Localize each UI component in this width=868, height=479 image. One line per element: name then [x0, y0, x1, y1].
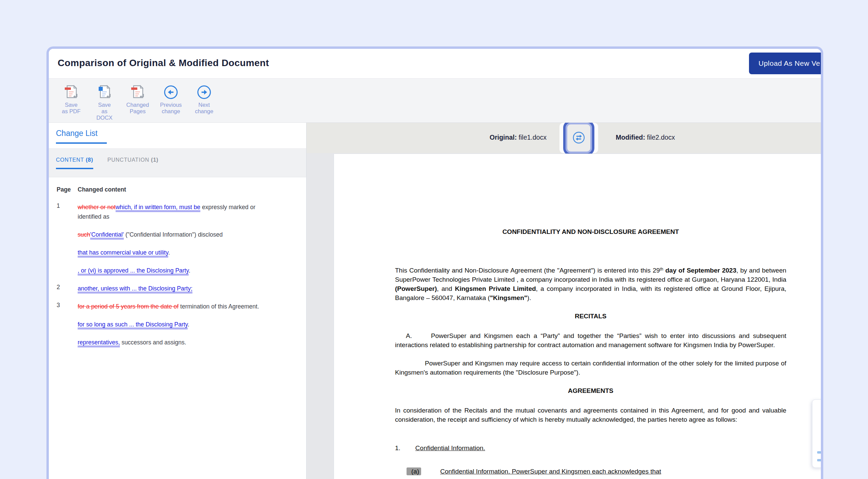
save-pdf-button[interactable]: Saveas PDF	[56, 83, 86, 115]
document-title: CONFIDENTIALITY AND NON-DISCLOSURE AGREE…	[395, 227, 786, 236]
viewer-tool-icon	[817, 451, 821, 454]
document-text: th	[660, 267, 663, 272]
change-page-number	[57, 266, 78, 275]
document-numbered-item: 1.Confidential Information.	[395, 443, 786, 453]
change-page-number: 3	[57, 302, 78, 311]
change-list-title-underline	[56, 142, 107, 144]
document-text: PowerSuper and Kingsmen each a “Party” a…	[395, 332, 786, 348]
change-list-row[interactable]: representatives, successors and assigns.	[57, 338, 301, 347]
inserted-text: another, unless with ... the Disclosing …	[78, 285, 193, 292]
changed-pages-button[interactable]: ChangedPages	[123, 83, 153, 115]
page-title: Comparison of Original & Modified Docume…	[58, 58, 269, 68]
previous-change-button[interactable]: Previouschange	[156, 83, 186, 115]
tool-button-label: Nextchange	[195, 102, 213, 115]
tab-punctuation[interactable]: PUNCTUATION (1)	[107, 157, 158, 168]
upload-as-new-version-button[interactable]: Upload As New Ve	[749, 53, 823, 74]
change-content: for so long as such ... the Disclosing P…	[78, 320, 301, 329]
change-content: representatives, successors and assigns.	[78, 338, 301, 347]
save-pdf-icon	[62, 83, 80, 101]
save-docx-icon	[96, 83, 113, 101]
tool-button-label: SaveasDOCX	[96, 102, 113, 121]
change-list-tabs: CONTENT (8)PUNCTUATION (1)	[49, 148, 306, 177]
tool-button-label: Saveas PDF	[62, 102, 80, 115]
document-text: day of September 2023	[665, 267, 736, 274]
unchanged-text: ("Confidential Information") disclosed	[124, 231, 223, 238]
change-list-row[interactable]: 1whether or notwhich, if in written form…	[57, 202, 301, 221]
app-header: Comparison of Original & Modified Docume…	[49, 49, 821, 79]
change-content: that has commercial value or utility.	[78, 248, 301, 257]
change-page-number: 2	[57, 284, 78, 293]
change-list-row[interactable]: for so long as such ... the Disclosing P…	[57, 320, 301, 329]
document-text: Kingsmen Private Limited	[455, 285, 536, 292]
change-page-number	[57, 248, 78, 257]
changed-pages-icon	[129, 83, 146, 101]
change-list-row[interactable]: , or (vi) is approved ... the Disclosing…	[57, 266, 301, 275]
unchanged-text: .	[189, 267, 190, 274]
tool-button-label: Previouschange	[160, 102, 182, 115]
change-page-number	[57, 320, 78, 329]
document-paragraph: PowerSuper and Kingsmen may require acce…	[395, 359, 786, 377]
document-text: Confidential Information. PowerSuper and…	[440, 468, 661, 475]
unchanged-text: termination of this Agreement.	[179, 303, 259, 310]
change-page-number: 1	[57, 202, 78, 221]
document-text: In consideration of the Recitals and the…	[395, 407, 786, 423]
document-paragraph: This Confidentiality and Non-Disclosure …	[395, 265, 786, 302]
comment-marker[interactable]: (a)	[407, 467, 421, 475]
change-table: Page Changed content 1whether or notwhic…	[49, 177, 306, 356]
document-text: Confidential Information.	[415, 444, 485, 452]
inserted-text: 'Confidential'	[90, 231, 124, 238]
change-list-row[interactable]: that has commercial value or utility.	[57, 248, 301, 257]
page-column-header: Page	[57, 186, 78, 193]
document-paragraph: (a)Confidential Information. PowerSuper …	[395, 467, 786, 476]
inserted-text: for so long as such ... the Disclosing P…	[78, 321, 188, 328]
document-paragraph: In consideration of the Recitals and the…	[395, 406, 786, 424]
main-area: Change List CONTENT (8)PUNCTUATION (1) P…	[49, 123, 821, 479]
list-number: 1.	[395, 444, 400, 452]
document-heading: AGREEMENTS	[395, 386, 786, 395]
change-list-header: Change List	[49, 123, 306, 148]
inserted-text: representatives,	[78, 339, 120, 346]
original-file-label: Original: file1.docx	[490, 134, 547, 141]
document-viewer: Original: file1.docx M	[307, 123, 821, 479]
change-content: , or (vi) is approved ... the Disclosing…	[78, 266, 301, 275]
change-content: for a period of 5 years from the date of…	[78, 302, 301, 311]
change-content: such'Confidential' ("Confidential Inform…	[78, 230, 301, 239]
document-page: CONFIDENTIALITY AND NON-DISCLOSURE AGREE…	[334, 154, 821, 479]
document-text: , and	[437, 285, 455, 292]
document-paragraph: A.PowerSuper and Kingsmen each a “Party”…	[395, 331, 786, 350]
tool-button-label: ChangedPages	[126, 102, 149, 115]
tab-content[interactable]: CONTENT (8)	[56, 157, 93, 169]
comparison-window: Comparison of Original & Modified Docume…	[46, 46, 823, 479]
change-list-panel: Change List CONTENT (8)PUNCTUATION (1) P…	[49, 123, 307, 479]
deleted-text: whether or not	[78, 204, 116, 211]
swap-arrows-icon	[571, 129, 587, 147]
modified-file-label: Modified: file2.docx	[616, 134, 675, 141]
save-docx-button[interactable]: SaveasDOCX	[90, 83, 119, 121]
list-letter: A.	[406, 332, 412, 339]
unchanged-text: .	[168, 249, 170, 256]
content-column-header: Changed content	[78, 186, 301, 193]
change-content: whether or notwhich, if in written form,…	[78, 202, 301, 221]
change-list-title: Change List	[56, 129, 98, 138]
document-text: This Confidentiality and Non-Disclosure …	[395, 267, 660, 274]
next-change-button[interactable]: Nextchange	[189, 83, 219, 115]
change-list-row[interactable]: 2another, unless with ... the Disclosing…	[57, 284, 301, 293]
document-text: PowerSuper and Kingsmen may require acce…	[395, 360, 786, 376]
next-change-icon	[195, 83, 213, 101]
change-page-number	[57, 230, 78, 239]
swap-documents-button[interactable]	[563, 123, 594, 156]
change-table-header: Page Changed content	[57, 186, 301, 193]
document-text: (PowerSuper)	[395, 285, 437, 292]
viewer-tool-icon	[817, 459, 821, 461]
inserted-text: that has commercial value or utility	[78, 249, 168, 256]
unchanged-text: .	[188, 321, 190, 328]
unchanged-text: successors and assigns.	[120, 339, 186, 346]
document-heading: RECITALS	[395, 312, 786, 321]
change-list-row[interactable]: such'Confidential' ("Confidential Inform…	[57, 230, 301, 239]
viewer-tools-panel[interactable]	[812, 399, 821, 468]
change-list-row[interactable]: 3for a period of 5 years from the date o…	[57, 302, 301, 311]
deleted-text: such	[78, 231, 90, 238]
change-page-number	[57, 338, 78, 347]
unchanged-text: identified as	[78, 213, 109, 220]
change-content: another, unless with ... the Disclosing …	[78, 284, 301, 293]
